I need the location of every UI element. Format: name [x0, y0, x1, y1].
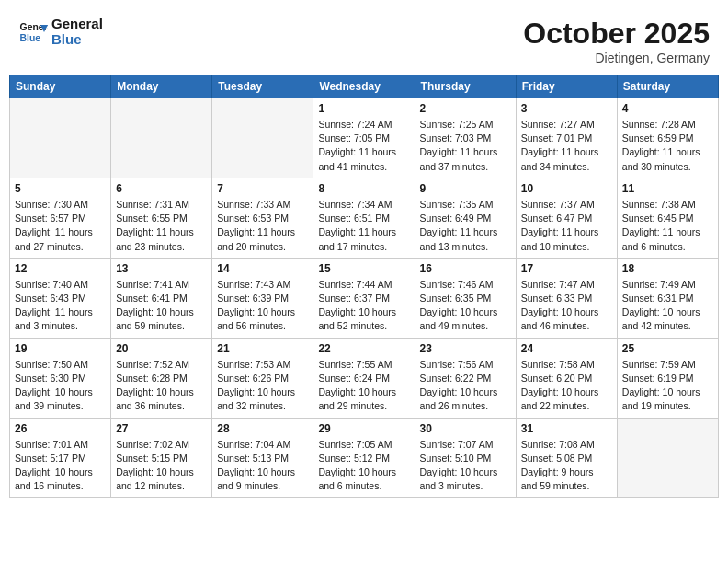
day-info: Sunrise: 7:41 AM Sunset: 6:41 PM Dayligh… — [116, 278, 207, 334]
day-number: 4 — [622, 102, 713, 115]
day-number: 23 — [420, 342, 511, 355]
day-info: Sunrise: 7:59 AM Sunset: 6:19 PM Dayligh… — [622, 358, 713, 414]
calendar-cell: 11Sunrise: 7:38 AM Sunset: 6:45 PM Dayli… — [617, 178, 718, 258]
month-title: October 2025 — [523, 17, 710, 51]
calendar-cell: 16Sunrise: 7:46 AM Sunset: 6:35 PM Dayli… — [415, 258, 516, 338]
day-info: Sunrise: 7:38 AM Sunset: 6:45 PM Dayligh… — [622, 198, 713, 254]
calendar-cell: 7Sunrise: 7:33 AM Sunset: 6:53 PM Daylig… — [212, 178, 313, 258]
day-number: 15 — [318, 262, 409, 275]
title-block: October 2025 Dietingen, Germany — [523, 17, 710, 65]
week-row-2: 5Sunrise: 7:30 AM Sunset: 6:57 PM Daylig… — [10, 178, 719, 258]
day-number: 21 — [217, 342, 308, 355]
week-row-3: 12Sunrise: 7:40 AM Sunset: 6:43 PM Dayli… — [10, 258, 719, 338]
day-number: 22 — [318, 342, 409, 355]
day-info: Sunrise: 7:50 AM Sunset: 6:30 PM Dayligh… — [15, 358, 106, 414]
column-header-wednesday: Wednesday — [313, 75, 415, 98]
column-header-monday: Monday — [111, 75, 212, 98]
day-info: Sunrise: 7:37 AM Sunset: 6:47 PM Dayligh… — [521, 198, 612, 254]
day-info: Sunrise: 7:01 AM Sunset: 5:17 PM Dayligh… — [15, 438, 106, 494]
day-info: Sunrise: 7:35 AM Sunset: 6:49 PM Dayligh… — [420, 198, 511, 254]
day-number: 2 — [420, 102, 511, 115]
day-info: Sunrise: 7:49 AM Sunset: 6:31 PM Dayligh… — [622, 278, 713, 334]
calendar-table: SundayMondayTuesdayWednesdayThursdayFrid… — [9, 75, 719, 498]
calendar-cell: 3Sunrise: 7:27 AM Sunset: 7:01 PM Daylig… — [516, 98, 617, 178]
day-number: 19 — [15, 342, 106, 355]
day-info: Sunrise: 7:02 AM Sunset: 5:15 PM Dayligh… — [116, 438, 207, 494]
day-number: 30 — [420, 422, 511, 435]
day-info: Sunrise: 7:05 AM Sunset: 5:12 PM Dayligh… — [318, 438, 409, 494]
week-row-1: 1Sunrise: 7:24 AM Sunset: 7:05 PM Daylig… — [10, 98, 719, 178]
calendar-cell: 4Sunrise: 7:28 AM Sunset: 6:59 PM Daylig… — [617, 98, 718, 178]
day-number: 6 — [116, 182, 207, 195]
day-info: Sunrise: 7:25 AM Sunset: 7:03 PM Dayligh… — [420, 118, 511, 174]
day-number: 14 — [217, 262, 308, 275]
day-info: Sunrise: 7:55 AM Sunset: 6:24 PM Dayligh… — [318, 358, 409, 414]
day-info: Sunrise: 7:44 AM Sunset: 6:37 PM Dayligh… — [318, 278, 409, 334]
calendar-cell: 8Sunrise: 7:34 AM Sunset: 6:51 PM Daylig… — [313, 178, 415, 258]
calendar-cell: 21Sunrise: 7:53 AM Sunset: 6:26 PM Dayli… — [212, 338, 313, 418]
week-row-4: 19Sunrise: 7:50 AM Sunset: 6:30 PM Dayli… — [10, 338, 719, 418]
day-info: Sunrise: 7:04 AM Sunset: 5:13 PM Dayligh… — [217, 438, 308, 494]
calendar-cell: 22Sunrise: 7:55 AM Sunset: 6:24 PM Dayli… — [313, 338, 415, 418]
day-info: Sunrise: 7:40 AM Sunset: 6:43 PM Dayligh… — [15, 278, 106, 334]
calendar-cell: 5Sunrise: 7:30 AM Sunset: 6:57 PM Daylig… — [10, 178, 111, 258]
calendar-cell: 25Sunrise: 7:59 AM Sunset: 6:19 PM Dayli… — [617, 338, 718, 418]
day-number: 18 — [622, 262, 713, 275]
calendar-header-row: SundayMondayTuesdayWednesdayThursdayFrid… — [10, 75, 719, 98]
column-header-saturday: Saturday — [617, 75, 718, 98]
location-subtitle: Dietingen, Germany — [523, 51, 710, 65]
calendar-cell — [212, 98, 313, 178]
logo-blue: Blue — [51, 32, 103, 48]
day-info: Sunrise: 7:33 AM Sunset: 6:53 PM Dayligh… — [217, 198, 308, 254]
day-number: 11 — [622, 182, 713, 195]
day-info: Sunrise: 7:30 AM Sunset: 6:57 PM Dayligh… — [15, 198, 106, 254]
calendar-cell: 30Sunrise: 7:07 AM Sunset: 5:10 PM Dayli… — [415, 418, 516, 498]
calendar-cell: 20Sunrise: 7:52 AM Sunset: 6:28 PM Dayli… — [111, 338, 212, 418]
calendar-cell: 29Sunrise: 7:05 AM Sunset: 5:12 PM Dayli… — [313, 418, 415, 498]
calendar-cell: 1Sunrise: 7:24 AM Sunset: 7:05 PM Daylig… — [313, 98, 415, 178]
day-number: 3 — [521, 102, 612, 115]
calendar-cell: 23Sunrise: 7:56 AM Sunset: 6:22 PM Dayli… — [415, 338, 516, 418]
day-number: 31 — [521, 422, 612, 435]
day-info: Sunrise: 7:08 AM Sunset: 5:08 PM Dayligh… — [521, 438, 612, 494]
calendar-cell: 28Sunrise: 7:04 AM Sunset: 5:13 PM Dayli… — [212, 418, 313, 498]
day-number: 26 — [15, 422, 106, 435]
logo: General Blue General Blue — [18, 17, 103, 47]
day-number: 8 — [318, 182, 409, 195]
calendar-cell — [10, 98, 111, 178]
calendar-cell: 14Sunrise: 7:43 AM Sunset: 6:39 PM Dayli… — [212, 258, 313, 338]
day-number: 24 — [521, 342, 612, 355]
calendar-cell: 15Sunrise: 7:44 AM Sunset: 6:37 PM Dayli… — [313, 258, 415, 338]
day-info: Sunrise: 7:53 AM Sunset: 6:26 PM Dayligh… — [217, 358, 308, 414]
calendar-cell: 18Sunrise: 7:49 AM Sunset: 6:31 PM Dayli… — [617, 258, 718, 338]
column-header-thursday: Thursday — [415, 75, 516, 98]
day-info: Sunrise: 7:24 AM Sunset: 7:05 PM Dayligh… — [318, 118, 409, 174]
day-number: 17 — [521, 262, 612, 275]
day-number: 1 — [318, 102, 409, 115]
day-info: Sunrise: 7:52 AM Sunset: 6:28 PM Dayligh… — [116, 358, 207, 414]
svg-text:Blue: Blue — [20, 32, 41, 42]
calendar-cell: 10Sunrise: 7:37 AM Sunset: 6:47 PM Dayli… — [516, 178, 617, 258]
day-info: Sunrise: 7:56 AM Sunset: 6:22 PM Dayligh… — [420, 358, 511, 414]
calendar-cell: 24Sunrise: 7:58 AM Sunset: 6:20 PM Dayli… — [516, 338, 617, 418]
column-header-tuesday: Tuesday — [212, 75, 313, 98]
column-header-sunday: Sunday — [10, 75, 111, 98]
day-info: Sunrise: 7:43 AM Sunset: 6:39 PM Dayligh… — [217, 278, 308, 334]
calendar-cell: 27Sunrise: 7:02 AM Sunset: 5:15 PM Dayli… — [111, 418, 212, 498]
day-info: Sunrise: 7:58 AM Sunset: 6:20 PM Dayligh… — [521, 358, 612, 414]
day-info: Sunrise: 7:47 AM Sunset: 6:33 PM Dayligh… — [521, 278, 612, 334]
day-info: Sunrise: 7:27 AM Sunset: 7:01 PM Dayligh… — [521, 118, 612, 174]
logo-icon: General Blue — [18, 17, 48, 47]
column-header-friday: Friday — [516, 75, 617, 98]
day-info: Sunrise: 7:07 AM Sunset: 5:10 PM Dayligh… — [420, 438, 511, 494]
calendar-cell: 13Sunrise: 7:41 AM Sunset: 6:41 PM Dayli… — [111, 258, 212, 338]
calendar-cell: 2Sunrise: 7:25 AM Sunset: 7:03 PM Daylig… — [415, 98, 516, 178]
calendar-cell: 12Sunrise: 7:40 AM Sunset: 6:43 PM Dayli… — [10, 258, 111, 338]
calendar-cell — [111, 98, 212, 178]
day-number: 10 — [521, 182, 612, 195]
calendar-cell: 9Sunrise: 7:35 AM Sunset: 6:49 PM Daylig… — [415, 178, 516, 258]
day-info: Sunrise: 7:46 AM Sunset: 6:35 PM Dayligh… — [420, 278, 511, 334]
day-number: 29 — [318, 422, 409, 435]
day-number: 7 — [217, 182, 308, 195]
day-info: Sunrise: 7:28 AM Sunset: 6:59 PM Dayligh… — [622, 118, 713, 174]
